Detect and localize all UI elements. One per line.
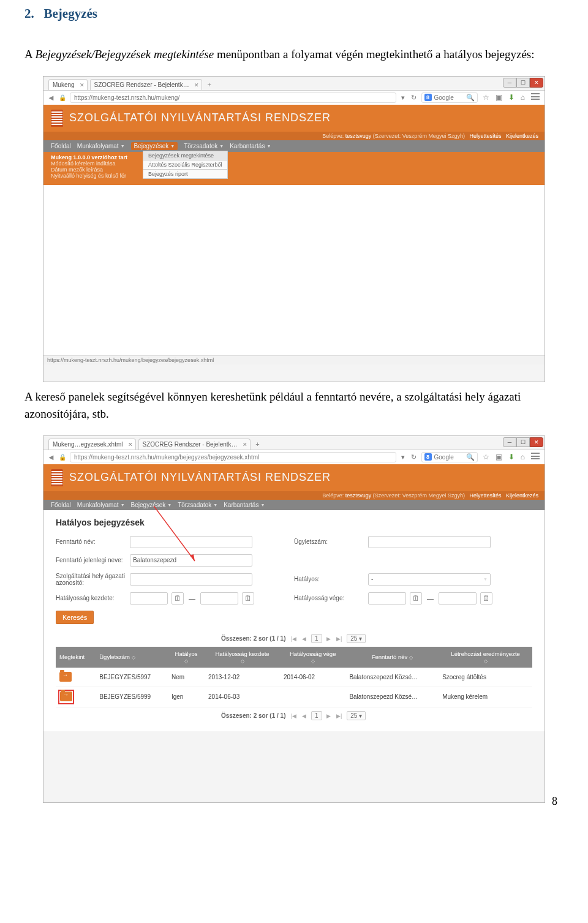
reload-icon[interactable]: ↻ [410,453,418,461]
menu-munkafolyamat[interactable]: Munkafolyamat▼ [77,142,125,150]
login-substitute-link[interactable]: Helyettesítés [469,133,501,139]
open-icon[interactable] [60,691,72,701]
th-hat-kezdete[interactable]: Hatályosság kezdete◇ [205,647,280,668]
input-hat-vege-from[interactable] [368,592,406,605]
th-hatalyos[interactable]: Hatályos◇ [168,647,205,668]
menu-munkafolyamat[interactable]: Munkafolyamat▼ [77,502,125,508]
browser-tab-2[interactable]: SZOCREG Rendszer - Bejelentk… ✕ [138,439,251,450]
th-letrehozast[interactable]: Létrehozást eredményezte◇ [439,647,532,668]
window-close-button[interactable]: ✕ [530,437,543,447]
input-hat-kezd-to[interactable] [200,592,238,605]
pager-next-icon[interactable]: ▶ [325,713,333,719]
select-hatalyos[interactable]: -▼ [368,573,491,586]
browser-tab-2[interactable]: SZOCREG Rendszer - Bejelentk… ✕ [90,79,202,90]
calendar-icon[interactable]: 🗓 [242,592,254,605]
menu-icon[interactable] [530,453,541,461]
input-fenntarto-nev[interactable] [130,536,252,548]
browser-tab-1[interactable]: Mukeng…egyzesek.xhtml ✕ [48,439,136,450]
submenu-item-riport[interactable]: Bejegyzés riport [143,169,228,179]
window-minimize-button[interactable]: ─ [503,437,516,447]
bookmarks-icon[interactable]: ▣ [494,453,503,461]
bookmark-icon[interactable]: ☆ [481,93,491,102]
pager-first-icon[interactable]: |◀ [289,713,298,719]
menu-karbantartas[interactable]: Karbantartás▼ [224,502,265,508]
input-fenntarto-jelenlegi[interactable] [130,554,252,567]
download-icon[interactable]: ⬇ [507,93,516,102]
logout-link[interactable]: Kijelentkezés [506,492,538,499]
input-hat-kezd-from[interactable] [130,592,168,605]
window-maximize-button[interactable]: ☐ [516,78,530,88]
tab-close-icon[interactable]: ✕ [194,82,199,88]
search-button[interactable]: Keresés [56,611,94,624]
open-icon[interactable] [59,672,72,682]
menu-bejegyzesek[interactable]: Bejegyzések▼ [131,502,172,508]
pager-prev-icon[interactable]: ◀ [300,713,308,719]
calendar-icon[interactable]: 🗓 [480,592,492,605]
submenu-item-attoltes[interactable]: Áttöltés Szociális Regiszterből [143,160,228,170]
new-tab-button[interactable]: + [205,80,214,90]
menu-icon[interactable] [530,93,541,102]
submenu-item-bejegyzesek-megtekintese[interactable]: Bejegyzések megtekintése [143,151,228,160]
pager-pagesize[interactable]: 25 ▾ [347,711,366,720]
menu-torzsadatok[interactable]: Törzsadatok▼ [178,502,217,508]
bookmarks-icon[interactable]: ▣ [494,93,503,102]
window-maximize-button[interactable]: ☐ [516,437,530,447]
dropdown-icon[interactable]: ▾ [400,453,406,461]
home-icon[interactable]: ⌂ [519,93,526,102]
download-icon[interactable]: ⬇ [507,453,516,461]
para2: A kereső panelek segítségével könnyen ke… [24,390,521,421]
calendar-icon[interactable]: 🗓 [410,592,422,605]
tab-close-icon[interactable]: ✕ [243,442,247,448]
browser-tab-1[interactable]: Mukeng ✕ [48,79,88,90]
new-tab-button[interactable]: + [253,440,263,450]
search-icon[interactable]: 🔍 [466,94,475,102]
th-hat-vege[interactable]: Hatályosság vége◇ [280,647,345,668]
search-engine-box[interactable]: 8 Google 🔍 [421,92,478,103]
window-minimize-button[interactable]: ─ [503,78,516,88]
menu-fooldal[interactable]: Főoldal [51,502,71,508]
home-icon[interactable]: ⌂ [519,453,526,461]
note-link[interactable]: Nyitvaálló helyiség és külső fér [51,173,537,179]
chevron-down-icon: ▼ [121,144,125,148]
address-bar[interactable]: https://mukeng-teszt.nrszh.hu/mukeng/bej… [70,452,396,462]
menu-karbantartas[interactable]: Karbantartás▼ [230,142,271,150]
input-hat-vege-to[interactable] [439,592,477,605]
tab-close-icon[interactable]: ✕ [128,442,133,448]
bookmark-icon[interactable]: ☆ [481,453,491,461]
menu-torzsadatok[interactable]: Törzsadatok▼ [184,142,224,150]
results-table: Megtekint Ügyletszám ◇ Hatályos◇ Hatályo… [56,647,532,707]
search-engine-box[interactable]: 8 Google 🔍 [421,452,478,462]
input-ugyletszam[interactable] [368,536,491,548]
search-icon[interactable]: 🔍 [466,453,475,461]
input-agazati-azonosito[interactable] [130,573,252,586]
dropdown-icon[interactable]: ▾ [400,94,406,102]
pager-last-icon[interactable]: ▶| [334,636,344,642]
menu-bejegyzesek[interactable]: Bejegyzések▼ [131,142,178,150]
label-ugyletszam: Ügyletszám: [294,538,364,545]
th-ugyletszam[interactable]: Ügyletszám ◇ [96,647,168,668]
pager-first-icon[interactable]: |◀ [289,636,298,642]
logout-link[interactable]: Kijelentkezés [506,133,538,139]
pager-last-icon[interactable]: ▶| [334,713,344,719]
pager-current[interactable]: 1 [311,634,322,643]
window-close-button[interactable]: ✕ [530,78,543,88]
note-link[interactable]: Dátum mezők leírása [51,167,537,173]
address-bar[interactable]: https://mukeng-teszt.nrszh.hu/mukeng/ [70,92,396,103]
tab-close-icon[interactable]: ✕ [80,82,85,88]
back-icon[interactable]: ◄ [47,93,55,102]
th-fenntarto[interactable]: Fenntartó név ◇ [345,647,439,668]
cell-letrehozast: Szocreg áttöltés [439,668,532,687]
pager-pagesize[interactable]: 25 ▾ [347,634,366,643]
menu-fooldal[interactable]: Főoldal [51,142,71,150]
login-substitute-link[interactable]: Helyettesítés [469,492,501,499]
calendar-icon[interactable]: 🗓 [172,592,184,605]
reload-icon[interactable]: ↻ [410,94,418,102]
note-link[interactable]: Módosító kérelem indítása [51,160,537,167]
cell-hatalyos: Igen [168,687,205,707]
pager-current[interactable]: 1 [311,711,322,720]
app-title: SZOLGÁLTATÓI NYILVÁNTARTÁSI RENDSZER [69,471,331,484]
pager-prev-icon[interactable]: ◀ [300,636,308,642]
browser-window-2: ─ ☐ ✕ Mukeng…egyzesek.xhtml ✕ SZOCREG Re… [43,435,545,803]
pager-next-icon[interactable]: ▶ [325,636,333,642]
back-icon[interactable]: ◄ [47,453,55,462]
